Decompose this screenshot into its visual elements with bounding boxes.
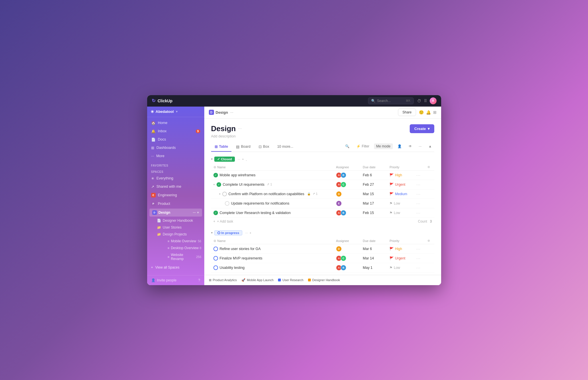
sidebar-item-inbox[interactable]: 🔔 Inbox 9 — [147, 127, 204, 135]
task-assignee-cell: A C — [334, 253, 361, 263]
priority-text: Urgent — [395, 256, 405, 260]
group-header-closed: ▾ ✓ Closed ··· + . — [211, 155, 434, 163]
closed-more-icon[interactable]: ··· — [238, 157, 240, 161]
design-more-icon[interactable]: ··· — [193, 211, 196, 215]
name-col-label-2: Name — [217, 239, 226, 243]
row-more-icon[interactable]: ··· — [416, 256, 421, 261]
sidebar-item-user-stories[interactable]: 📁 User Stories — [154, 224, 204, 231]
col-add-btn-2[interactable]: ⊕ — [425, 238, 434, 244]
in-progress-add-icon[interactable]: + — [249, 231, 251, 235]
avatar: B — [341, 172, 346, 178]
collapse-tool[interactable]: ▲ — [426, 143, 434, 149]
grid-icon[interactable]: ⠿ — [424, 99, 427, 103]
search-tool[interactable]: 🔍 — [343, 143, 352, 149]
sidebar-item-docs[interactable]: 📄 Docs — [147, 135, 204, 144]
add-description[interactable]: Add description — [211, 134, 434, 138]
expand-icon[interactable]: ▾ — [219, 193, 221, 195]
in-progress-group-actions: ··· + — [245, 231, 251, 235]
closed-group-toggle[interactable]: ▾ — [211, 157, 213, 161]
task-more-cell: ··· — [414, 189, 425, 199]
sidebar-item-website-revamp[interactable]: ≡ Website Revamp 256 — [158, 251, 204, 262]
design-add-icon[interactable]: + — [197, 211, 199, 215]
row-more-icon[interactable]: ··· — [416, 247, 421, 251]
desktop-overview-label: Desktop Overview — [171, 246, 199, 250]
row-more-icon[interactable]: ··· — [416, 201, 421, 206]
priority-badge: 🚩 High — [389, 173, 412, 177]
task-check-blue-circle[interactable] — [213, 256, 218, 261]
bottom-tag-designer-handbook[interactable]: Designer Handbook — [308, 278, 340, 282]
sidebar-item-dashboards[interactable]: ⊞ Dashboards — [147, 144, 204, 152]
sidebar-item-shared[interactable]: ↗ Shared with me — [147, 183, 204, 191]
sidebar-view-all-spaces[interactable]: + View all Spaces — [147, 263, 204, 271]
sidebar-item-everything[interactable]: ✳ Everything — [147, 174, 204, 183]
task-check-green[interactable]: ✓ — [213, 173, 218, 177]
row-more-icon[interactable]: ··· — [416, 265, 421, 270]
closed-add-icon[interactable]: + — [242, 157, 244, 161]
row-more-icon[interactable]: ··· — [416, 182, 421, 187]
create-button[interactable]: Create ▾ — [410, 124, 434, 133]
bottom-tag-product-analytics[interactable]: ⊞ Product Analytics — [209, 278, 237, 282]
smiley-icon[interactable]: 🙂 — [419, 110, 424, 115]
sidebar-footer[interactable]: 👤 Invite people ? — [147, 275, 204, 285]
share-button[interactable]: Filter Share — [398, 109, 416, 116]
task-check-blue-circle[interactable] — [213, 247, 218, 251]
user-stories-folder-icon: 📁 — [157, 225, 161, 229]
sidebar-item-home[interactable]: 🏠 Home — [147, 119, 204, 127]
me-mode-tool[interactable]: Me mode — [374, 143, 393, 149]
sidebar-item-more[interactable]: ··· More — [147, 152, 204, 160]
user-avatar[interactable]: A — [430, 97, 437, 104]
invite-people[interactable]: 👤 Invite people — [151, 278, 177, 282]
task-check-blue-circle[interactable] — [213, 265, 218, 270]
settings-tool[interactable]: ··· — [417, 143, 424, 149]
search-bar[interactable]: 🔍 Search... ⌘K — [368, 97, 414, 104]
task-check-gray-circle[interactable] — [225, 201, 229, 206]
in-progress-add-task[interactable]: + + Add task Count 3 — [211, 273, 434, 275]
avatar: B — [341, 210, 346, 216]
person-tool[interactable]: 👤 — [395, 143, 404, 149]
clock-icon[interactable]: ⏱ — [417, 99, 421, 103]
notification-icon[interactable]: 🔔 — [426, 110, 431, 115]
in-progress-more-icon[interactable]: ··· — [245, 231, 248, 235]
col-add-btn[interactable]: ⊕ — [425, 164, 434, 171]
row-more-icon[interactable]: ··· — [416, 211, 421, 215]
design-projects-children: ≡ Mobile Overview 56 ≡ Desktop Overview … — [154, 238, 204, 262]
help-icon[interactable]: ? — [198, 278, 200, 282]
bottom-tag-user-research[interactable]: User Research — [278, 278, 303, 282]
sidebar-item-designer-handbook[interactable]: 📄 Designer Handbook — [154, 217, 204, 224]
table-row: ▾ ✓ Complete UI requirements ↱ 1 — [211, 180, 434, 189]
filter-tool[interactable]: ⚡ Filter — [354, 143, 372, 149]
task-check-green[interactable]: ✓ — [217, 182, 221, 187]
sidebar-item-design-projects[interactable]: 📁 Design Projects — [154, 231, 204, 238]
name-col-label: Name — [217, 165, 226, 169]
breadcrumb-more[interactable]: ··· — [230, 110, 233, 115]
tab-table[interactable]: ⊞ Table — [211, 142, 232, 152]
row-more-icon[interactable]: ··· — [416, 192, 421, 196]
layout-icon[interactable]: ⊞ — [433, 110, 437, 115]
bottom-tag-mobile-app-launch[interactable]: 🚀 Mobile App Launch — [241, 278, 274, 282]
sidebar-item-design[interactable]: D Design ··· + — [149, 209, 202, 217]
page-title-more[interactable]: ··· — [238, 126, 242, 131]
tab-board[interactable]: ▤ Board — [233, 142, 254, 152]
row-more-icon[interactable]: ··· — [416, 173, 421, 177]
mobile-app-launch-label: Mobile App Launch — [247, 278, 274, 282]
expand-icon[interactable]: ▾ — [213, 183, 215, 186]
task-check-green[interactable]: ✓ — [213, 211, 218, 215]
sidebar-item-engineering[interactable]: E Engineering — [147, 191, 204, 199]
filter-label: Filter — [362, 144, 369, 148]
assignee-avatars: A B — [336, 172, 358, 178]
task-priority-cell: 🚩 High — [387, 170, 414, 180]
workspace-header[interactable]: ✳ Abedatool ▾ — [147, 107, 204, 117]
eye-tool[interactable]: 👁 — [406, 143, 414, 149]
tab-more[interactable]: 10 more... — [274, 142, 297, 151]
task-assignee-cell: A B — [334, 263, 361, 272]
sidebar-item-mobile-overview[interactable]: ≡ Mobile Overview 56 — [158, 238, 204, 245]
priority-badge: ⚑ Low — [389, 201, 412, 205]
in-progress-task-table: ⊕ Name Assignee Due date Priority ⊕ — [211, 238, 434, 273]
table-row: Usability testing A B — [211, 263, 434, 272]
task-check-empty[interactable] — [222, 192, 227, 196]
tab-box[interactable]: ⊡ Box — [255, 142, 273, 152]
sidebar-item-product[interactable]: P Product — [147, 199, 204, 208]
sidebar-item-desktop-overview[interactable]: ≡ Desktop Overview 8 — [158, 245, 204, 251]
closed-add-task[interactable]: + + Add task Count 3 — [211, 218, 434, 225]
in-progress-group-toggle[interactable]: ▾ — [211, 231, 213, 234]
